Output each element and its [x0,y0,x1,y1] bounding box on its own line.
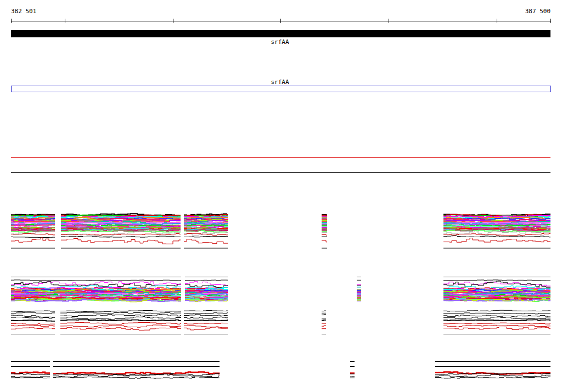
coverage-plot-rows[interactable] [11,214,550,378]
genome-browser-view: 382 501 387 500 srfAA srfAA [0,0,562,392]
plot-segment[interactable] [443,310,550,334]
plot-segment[interactable] [435,362,550,379]
coverage-row-4[interactable] [11,362,550,379]
plot-segment[interactable] [11,311,55,334]
plot-segment[interactable] [60,311,181,334]
plot-segment[interactable] [184,311,228,334]
plot-segment[interactable] [443,277,550,301]
plot-segment[interactable] [11,277,181,302]
coverage-row-1[interactable] [11,214,550,248]
base-ruler[interactable] [11,19,550,23]
plot-segment[interactable] [53,362,220,379]
gene-box-srfaa[interactable] [12,86,551,92]
plot-segment[interactable] [184,214,228,248]
ruler-start-coordinate: 382 501 [11,8,36,15]
ruler-end-coordinate: 387 500 [525,8,550,15]
plot-segment[interactable] [11,215,55,248]
plot-segment[interactable] [11,362,50,378]
feature-bar-label: srfAA [271,38,289,46]
plot-segment[interactable] [185,277,228,302]
boundary-lines [11,157,550,172]
coverage-row-3[interactable] [11,310,550,334]
gene-box-label: srfAA [271,79,289,86]
genome-canvas[interactable]: 382 501 387 500 srfAA srfAA [0,0,562,392]
coverage-row-2[interactable] [11,277,550,302]
plot-segment[interactable] [322,311,326,334]
plot-segment[interactable] [350,362,355,378]
feature-bar-srfaa[interactable] [11,30,550,37]
plot-segment[interactable] [61,214,181,248]
plot-segment[interactable] [357,277,361,301]
plot-segment[interactable] [443,214,550,248]
plot-segment[interactable] [322,215,327,248]
